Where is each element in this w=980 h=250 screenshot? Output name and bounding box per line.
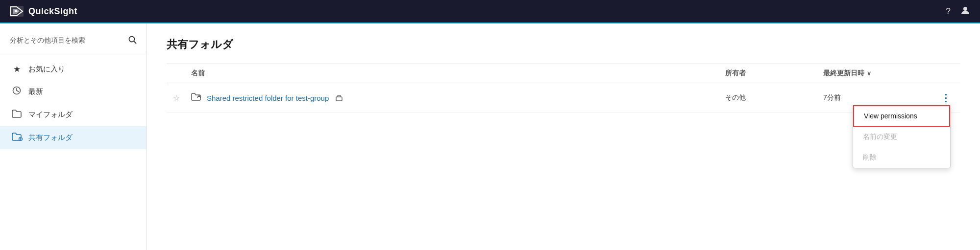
star-cell: ☆	[167, 93, 186, 103]
page-title: 共有フォルダ	[167, 37, 960, 52]
table-row: ☆ Shared restricted folder for test-grou…	[167, 83, 960, 113]
svg-point-5	[129, 37, 135, 42]
sidebar-item-myfolder[interactable]: マイフォルダ	[0, 103, 147, 126]
topbar-right: ?	[946, 5, 970, 18]
dropdown-item-rename: 名前の変更	[853, 127, 950, 147]
sidebar: 分析とその他項目を検索 ★ お気に入り 最新	[0, 23, 147, 250]
star-button[interactable]: ☆	[167, 93, 186, 103]
search-label: 分析とその他項目を検索	[10, 36, 128, 45]
svg-point-13	[198, 95, 200, 96]
topbar-left: QuickSight	[10, 6, 77, 17]
more-options-button[interactable]: ⋮	[937, 90, 955, 106]
header-name-col: 名前	[186, 69, 725, 78]
svg-line-6	[134, 42, 136, 44]
sort-arrow-icon: ∨	[867, 70, 871, 77]
sidebar-item-sharedfolder[interactable]: 共有フォルダ	[0, 126, 147, 149]
dropdown-item-delete: 削除	[853, 147, 950, 168]
folder-icon	[12, 109, 22, 120]
svg-rect-14	[336, 97, 342, 101]
dropdown-menu: View permissions 名前の変更 削除	[853, 105, 951, 168]
sidebar-item-sharedfolder-label: 共有フォルダ	[28, 133, 73, 142]
star-icon: ★	[12, 64, 22, 74]
owner-cell: その他	[725, 93, 823, 102]
table-container: 名前 所有者 最終更新日時 ∨ ☆	[167, 64, 960, 113]
quicksight-logo-icon	[10, 6, 24, 17]
help-icon[interactable]: ?	[946, 6, 951, 17]
folder-name-cell: Shared restricted folder for test-group	[186, 92, 725, 104]
header-updated-col[interactable]: 最終更新日時 ∨	[823, 69, 931, 78]
svg-point-4	[963, 7, 967, 11]
sidebar-item-favorites[interactable]: ★ お気に入り	[0, 58, 147, 80]
search-area: 分析とその他項目を検索	[0, 31, 147, 54]
folder-name-text[interactable]: Shared restricted folder for test-group	[207, 94, 329, 102]
search-icon[interactable]	[128, 35, 137, 46]
lock-icon	[336, 93, 343, 103]
main-layout: 分析とその他項目を検索 ★ お気に入り 最新	[0, 23, 980, 250]
shared-folder-icon	[12, 132, 22, 143]
header-owner-col: 所有者	[725, 69, 823, 78]
updated-cell: 7分前	[823, 93, 931, 102]
svg-line-9	[17, 91, 19, 92]
topbar: QuickSight ?	[0, 0, 980, 23]
app-title: QuickSight	[28, 6, 77, 17]
sidebar-item-recent[interactable]: 最新	[0, 80, 147, 103]
shared-folder-row-icon	[191, 92, 202, 104]
dropdown-item-view-permissions[interactable]: View permissions	[853, 105, 950, 127]
content-area: 共有フォルダ 名前 所有者 最終更新日時 ∨ ☆	[147, 23, 980, 250]
user-icon[interactable]	[960, 5, 970, 18]
sidebar-item-myfolder-label: マイフォルダ	[28, 110, 73, 119]
table-header: 名前 所有者 最終更新日時 ∨	[167, 64, 960, 83]
sidebar-item-recent-label: 最新	[28, 87, 43, 96]
sidebar-item-favorites-label: お気に入り	[28, 65, 65, 74]
actions-cell: ⋮	[931, 90, 960, 106]
clock-icon	[12, 86, 22, 97]
